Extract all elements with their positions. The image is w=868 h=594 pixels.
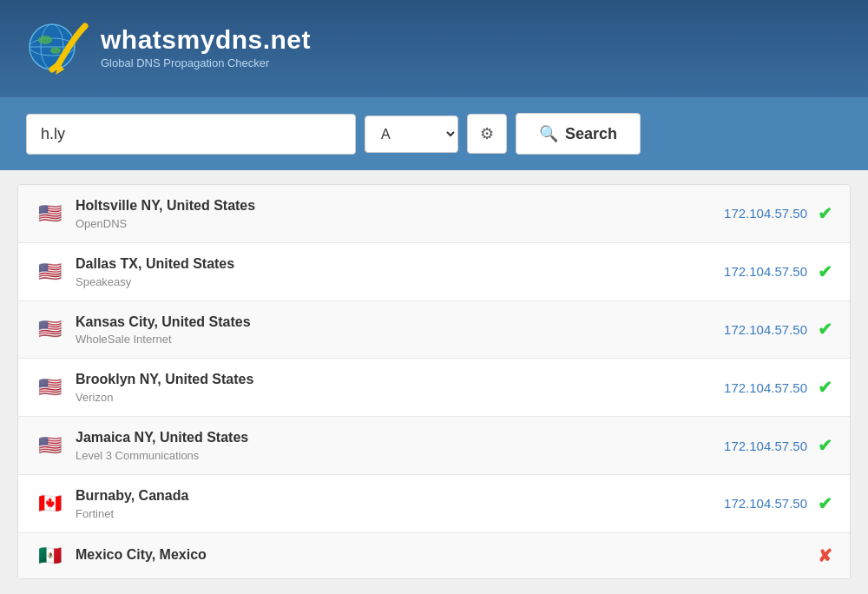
flag-icon: 🇨🇦 <box>36 494 63 513</box>
search-input[interactable] <box>26 114 356 155</box>
result-ip: 172.104.57.50 <box>724 264 807 279</box>
status-badge: ✘ <box>818 545 832 566</box>
table-row: 🇺🇸 Brooklyn NY, United States Verizon 17… <box>18 359 850 417</box>
location-provider: WholeSale Internet <box>76 333 724 346</box>
location-name: Mexico City, Mexico <box>76 546 807 564</box>
dns-type-select[interactable]: A AAAA CNAME MX NS PTR SOA SRV TXT <box>365 116 458 153</box>
svg-point-5 <box>50 47 61 54</box>
settings-button[interactable]: ⚙ <box>467 114 507 154</box>
logo-text-block: whatsmydns.net Global DNS Propagation Ch… <box>101 25 311 69</box>
location-name: Brooklyn NY, United States <box>76 371 724 389</box>
location-provider: Speakeasy <box>76 275 724 288</box>
flag-icon: 🇺🇸 <box>36 320 63 339</box>
search-button[interactable]: 🔍 Search <box>516 113 641 155</box>
search-label: Search <box>565 125 617 143</box>
location-provider: Verizon <box>76 391 724 404</box>
results-container: 🇺🇸 Holtsville NY, United States OpenDNS … <box>17 184 851 579</box>
header: whatsmydns.net Global DNS Propagation Ch… <box>0 0 868 97</box>
logo-subtitle: Global DNS Propagation Checker <box>101 56 311 69</box>
result-ip: 172.104.57.50 <box>724 439 807 453</box>
table-row: 🇺🇸 Kansas City, United States WholeSale … <box>18 301 850 360</box>
search-bar: A AAAA CNAME MX NS PTR SOA SRV TXT ⚙ 🔍 S… <box>0 97 868 170</box>
location-name: Kansas City, United States <box>76 314 724 332</box>
status-badge: ✔ <box>818 319 832 340</box>
flag-icon: 🇺🇸 <box>36 262 63 281</box>
result-ip: 172.104.57.50 <box>724 322 807 337</box>
search-icon: 🔍 <box>539 124 558 143</box>
result-ip: 172.104.57.50 <box>724 496 807 511</box>
gear-icon: ⚙ <box>480 124 494 143</box>
status-badge: ✔ <box>818 261 832 282</box>
location-provider: Fortinet <box>76 507 724 520</box>
table-row: 🇺🇸 Dallas TX, United States Speakeasy 17… <box>18 243 850 301</box>
svg-point-4 <box>38 36 52 44</box>
location-name: Jamaica NY, United States <box>76 429 724 447</box>
location-name: Holtsville NY, United States <box>76 197 724 215</box>
status-badge: ✔ <box>818 435 832 456</box>
result-ip: 172.104.57.50 <box>724 380 807 395</box>
location-name: Dallas TX, United States <box>76 255 724 274</box>
status-badge: ✔ <box>818 377 832 398</box>
result-ip: 172.104.57.50 <box>724 206 807 221</box>
logo-title: whatsmydns.net <box>101 25 311 54</box>
flag-icon: 🇺🇸 <box>36 378 63 397</box>
flag-icon: 🇺🇸 <box>36 436 63 455</box>
table-row: 🇨🇦 Burnaby, Canada Fortinet 172.104.57.5… <box>18 475 850 533</box>
status-badge: ✔ <box>818 203 832 224</box>
logo-icon <box>26 16 89 78</box>
table-row: 🇲🇽 Mexico City, Mexico ✘ <box>18 533 850 578</box>
flag-icon: 🇺🇸 <box>36 204 63 223</box>
location-provider: Level 3 Communications <box>76 449 724 462</box>
table-row: 🇺🇸 Holtsville NY, United States OpenDNS … <box>18 185 850 243</box>
flag-icon: 🇲🇽 <box>36 546 63 565</box>
table-row: 🇺🇸 Jamaica NY, United States Level 3 Com… <box>18 417 850 475</box>
logo-container: whatsmydns.net Global DNS Propagation Ch… <box>26 16 311 78</box>
location-name: Burnaby, Canada <box>76 487 724 505</box>
status-badge: ✔ <box>818 493 832 514</box>
location-provider: OpenDNS <box>76 217 724 230</box>
